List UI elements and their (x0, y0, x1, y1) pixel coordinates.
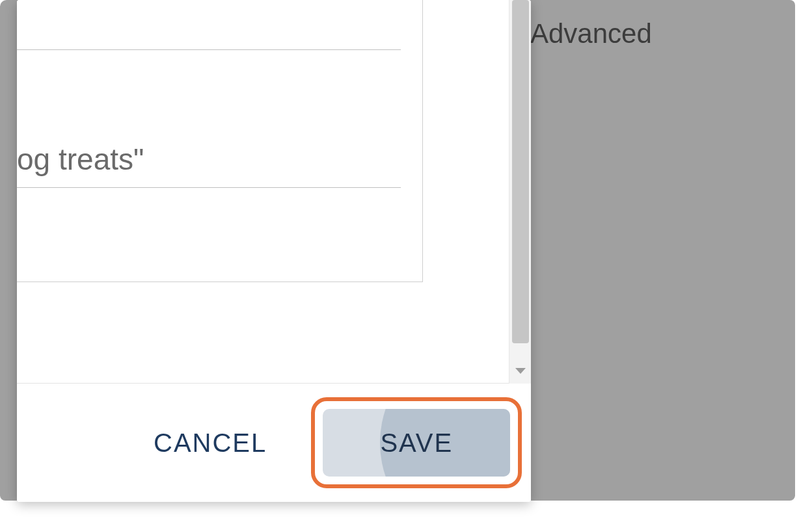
viewport: Advanced og treats" CANCEL (0, 0, 812, 524)
scrollbar-track[interactable] (509, 0, 531, 384)
save-button-highlight: SAVE (311, 397, 522, 488)
svg-marker-0 (515, 368, 526, 374)
form-panel: og treats" (17, 0, 423, 282)
background-label: Advanced (530, 18, 652, 49)
text-input-value[interactable]: og treats" (17, 142, 144, 177)
modal-body: og treats" (17, 0, 531, 384)
input-underline (17, 49, 401, 50)
modal-dialog: og treats" CANCEL SAVE (17, 0, 531, 502)
save-button[interactable]: SAVE (323, 409, 510, 477)
save-button-label: SAVE (380, 428, 453, 458)
cancel-button[interactable]: CANCEL (147, 415, 273, 471)
input-underline (17, 187, 401, 188)
scrollbar-down-button[interactable] (509, 361, 531, 380)
scrollbar-thumb[interactable] (512, 0, 529, 343)
chevron-down-icon (514, 366, 527, 375)
modal-footer: CANCEL SAVE (17, 384, 531, 502)
